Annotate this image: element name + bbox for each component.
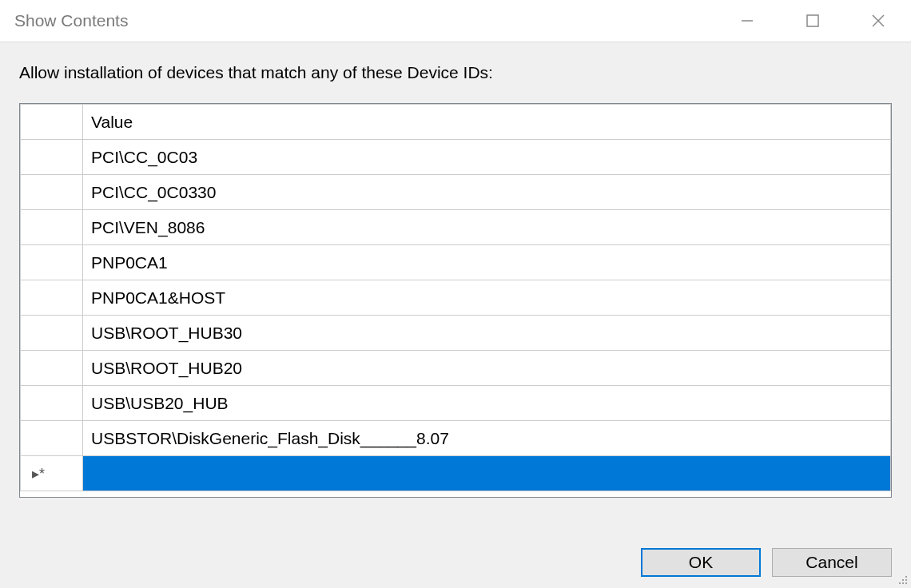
- dialog-buttons: OK Cancel: [641, 548, 892, 577]
- window-controls: [714, 0, 911, 42]
- svg-rect-5: [905, 579, 907, 581]
- ok-button[interactable]: OK: [641, 548, 761, 577]
- titlebar: Show Contents: [0, 0, 911, 42]
- value-cell[interactable]: PCI\CC_0C0330: [83, 175, 891, 210]
- window-title: Show Contents: [14, 11, 128, 30]
- row-marker: [21, 421, 83, 456]
- value-cell[interactable]: PCI\VEN_8086: [83, 210, 891, 245]
- svg-rect-8: [902, 582, 904, 584]
- row-marker: ▸*: [21, 456, 83, 491]
- device-id-table[interactable]: Value PCI\CC_0C03PCI\CC_0C0330PCI\VEN_80…: [19, 103, 892, 498]
- table-row[interactable]: PNP0CA1: [21, 245, 891, 280]
- minimize-icon: [740, 14, 754, 28]
- table-row[interactable]: PCI\CC_0C03: [21, 140, 891, 175]
- row-marker: [21, 245, 83, 280]
- row-marker: [21, 140, 83, 175]
- value-cell[interactable]: USB\ROOT_HUB20: [83, 351, 891, 386]
- close-icon: [871, 14, 885, 28]
- resize-grip-icon: [896, 573, 909, 586]
- table-row[interactable]: PCI\VEN_8086: [21, 210, 891, 245]
- row-marker: [21, 175, 83, 210]
- value-cell[interactable]: USB\ROOT_HUB30: [83, 316, 891, 351]
- dialog-content: Allow installation of devices that match…: [0, 42, 911, 588]
- cancel-button[interactable]: Cancel: [772, 548, 892, 577]
- row-marker: [21, 386, 83, 421]
- row-marker: [21, 280, 83, 316]
- row-header-blank: [21, 105, 83, 140]
- svg-rect-7: [905, 582, 907, 584]
- column-header-value[interactable]: Value: [83, 105, 891, 140]
- table-row[interactable]: USB\ROOT_HUB20: [21, 351, 891, 386]
- table-row[interactable]: USB\USB20_HUB: [21, 386, 891, 421]
- row-marker: [21, 316, 83, 351]
- table-row[interactable]: PNP0CA1&HOST: [21, 280, 891, 316]
- row-marker: [21, 210, 83, 245]
- value-cell[interactable]: PNP0CA1&HOST: [83, 280, 891, 316]
- row-marker: [21, 351, 83, 386]
- value-cell[interactable]: USBSTOR\DiskGeneric_Flash_Disk______8.07: [83, 421, 891, 456]
- value-cell[interactable]: PNP0CA1: [83, 245, 891, 280]
- instruction-label: Allow installation of devices that match…: [19, 63, 892, 82]
- table-row[interactable]: PCI\CC_0C0330: [21, 175, 891, 210]
- value-cell[interactable]: USB\USB20_HUB: [83, 386, 891, 421]
- maximize-button[interactable]: [780, 0, 845, 42]
- minimize-button[interactable]: [714, 0, 780, 42]
- close-button[interactable]: [845, 0, 911, 42]
- table-row[interactable]: USBSTOR\DiskGeneric_Flash_Disk______8.07: [21, 421, 891, 456]
- table-row[interactable]: ▸*: [21, 456, 891, 491]
- value-cell[interactable]: [83, 456, 891, 491]
- value-cell[interactable]: PCI\CC_0C03: [83, 140, 891, 175]
- svg-rect-4: [905, 576, 907, 578]
- table-row[interactable]: USB\ROOT_HUB30: [21, 316, 891, 351]
- svg-rect-9: [899, 582, 901, 584]
- svg-rect-1: [807, 15, 818, 26]
- maximize-icon: [806, 14, 820, 28]
- svg-rect-6: [902, 579, 904, 581]
